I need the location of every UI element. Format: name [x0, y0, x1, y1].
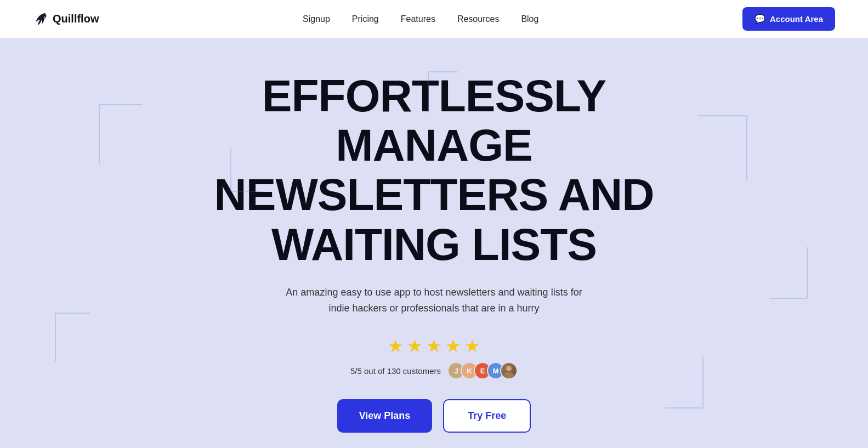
hero-section: EFFORTLESSLY MANAGE NEWSLETTERS AND WAIT…: [0, 38, 868, 448]
star-rating: ★ ★ ★ ★ ★: [388, 336, 480, 356]
deco-shape-5: [428, 71, 458, 112]
nav-pricing[interactable]: Pricing: [352, 14, 379, 24]
customer-avatars: J K E M: [447, 362, 518, 379]
star-1: ★: [388, 336, 404, 356]
deco-shape-6: [55, 313, 90, 362]
nav-links: Signup Pricing Features Resources Blog: [303, 14, 538, 24]
star-2: ★: [407, 336, 423, 356]
view-plans-button[interactable]: View Plans: [337, 399, 433, 433]
chat-icon: 💬: [754, 14, 765, 24]
star-4: ★: [445, 336, 461, 356]
star-5: ★: [464, 336, 480, 356]
rating-text: 5/5 out of 130 customers: [350, 366, 441, 376]
nav-resources[interactable]: Resources: [457, 14, 499, 24]
svg-point-0: [506, 366, 512, 371]
rating-row: 5/5 out of 130 customers J K E M: [350, 362, 518, 379]
quill-icon: [33, 12, 48, 27]
deco-shape-7: [665, 356, 704, 409]
stars-row: ★ ★ ★ ★ ★ 5/5 out of 130 customers J K E…: [350, 336, 518, 379]
svg-point-1: [504, 372, 514, 378]
deco-shape-3: [698, 115, 747, 181]
nav-blog[interactable]: Blog: [521, 14, 538, 24]
hero-subtitle: An amazing easy to use app to host newsl…: [275, 285, 593, 316]
star-3: ★: [426, 336, 442, 356]
brand-name: Quillflow: [53, 13, 99, 25]
nav-features[interactable]: Features: [401, 14, 435, 24]
cta-buttons: View Plans Try Free: [337, 399, 531, 433]
deco-shape-4: [769, 247, 808, 299]
account-area-button[interactable]: 💬 Account Area: [742, 7, 835, 31]
deco-shape-1: [99, 104, 143, 165]
logo[interactable]: Quillflow: [33, 12, 99, 27]
nav-signup[interactable]: Signup: [303, 14, 330, 24]
navbar: Quillflow Signup Pricing Features Resour…: [0, 0, 868, 38]
try-free-button[interactable]: Try Free: [443, 399, 531, 433]
avatar-photo: [500, 362, 518, 379]
deco-shape-2: [230, 148, 263, 192]
